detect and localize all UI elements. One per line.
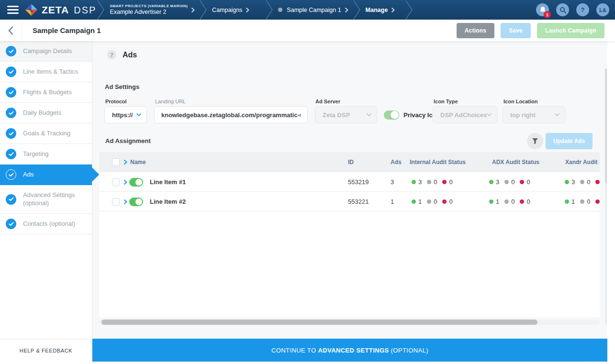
rejected-dot	[595, 180, 600, 184]
actions-button[interactable]: Actions	[457, 23, 494, 38]
rejected-dot	[520, 180, 524, 184]
approved-dot	[412, 199, 416, 204]
campaign-toolbar: Sample Campaign 1 Actions Save Launch Ca…	[0, 20, 615, 41]
row-checkbox[interactable]	[112, 178, 120, 186]
line-item-ads-count: 3	[391, 172, 394, 192]
filter-funnel-icon	[532, 138, 538, 144]
row-checkbox[interactable]	[112, 198, 120, 206]
line-item-id: 553221	[348, 192, 369, 211]
brand-zeta: ZETA	[42, 4, 69, 16]
expand-chevron-icon[interactable]	[123, 159, 127, 165]
approved-dot	[565, 199, 569, 204]
expand-chevron-icon[interactable]	[123, 179, 127, 185]
breadcrumb-campaigns[interactable]: Campaigns	[208, 7, 253, 13]
column-header-internal-audit[interactable]: Internal Audit Status	[410, 152, 466, 172]
protocol-value: https://	[105, 111, 136, 119]
horizontal-scrollbar[interactable]	[99, 320, 600, 325]
pending-dot	[427, 180, 431, 184]
check-icon	[6, 169, 16, 180]
select-all-checkbox[interactable]	[112, 158, 120, 166]
sidebar-item-daily-budgets[interactable]: Daily Budgets	[0, 103, 92, 123]
rejected-dot	[442, 199, 447, 204]
scroll-gutter	[607, 41, 615, 339]
column-header-id[interactable]: ID	[348, 152, 354, 172]
adx-audit-status: 3 0 0	[489, 172, 536, 192]
sidebar-item-goals-tracking[interactable]: Goals & Tracking	[0, 123, 92, 144]
continue-prefix: CONTINUE TO	[271, 347, 316, 354]
protocol-select[interactable]: https://	[104, 106, 147, 123]
back-button[interactable]	[0, 20, 22, 41]
toggle-knob	[391, 111, 399, 119]
horizontal-scrollbar-thumb[interactable]	[101, 320, 537, 325]
protocol-label: Protocol	[105, 99, 127, 104]
vertical-scrollbar[interactable]	[605, 68, 607, 324]
column-header-ads[interactable]: Ads	[391, 152, 402, 172]
chevron-left-icon	[8, 26, 13, 35]
breadcrumb-advertiser[interactable]: SMART PROJECTS (VARIABLE MARGIN) Example…	[106, 4, 199, 16]
rejected-dot	[595, 199, 600, 204]
pending-dot	[580, 180, 584, 184]
line-item-toggle[interactable]	[129, 198, 143, 206]
chevron-down-icon	[136, 113, 141, 116]
sidebar-item-label: Advanced Settings (optional)	[23, 191, 80, 208]
line-item-name[interactable]: Line Item #1	[150, 172, 186, 192]
save-button[interactable]: Save	[501, 23, 531, 38]
help-feedback-button[interactable]: HELP & FEEDBACK	[0, 339, 92, 362]
continue-footer-button[interactable]: CONTINUE TO ADVANCED SETTINGS (OPTIONAL)	[92, 339, 607, 362]
sidebar-item-label: Ads	[23, 171, 34, 179]
update-ads-button[interactable]: Update Ads	[546, 133, 593, 149]
sidebar-item-line-items-tactics[interactable]: Line Items & Tactics	[0, 62, 92, 82]
sidebar-item-campaign-details[interactable]: Campaign Details	[0, 41, 92, 62]
vertical-scrollbar-thumb[interactable]	[605, 68, 607, 183]
column-header-name[interactable]: Name	[130, 159, 146, 165]
breadcrumb-campaign[interactable]: Sample Campaign 1	[274, 7, 352, 13]
chevron-down-icon	[555, 113, 559, 116]
check-icon	[6, 128, 16, 139]
ad-assignment-heading: Ad Assignment	[105, 137, 151, 144]
brand-text: ZETA DSP	[42, 4, 96, 16]
zeta-logo-icon	[25, 3, 38, 16]
column-header-xandr-audit[interactable]: Xandr Audit Status	[565, 152, 600, 172]
sidebar-item-contacts[interactable]: Contacts (optional)	[0, 214, 92, 234]
breadcrumb-advertiser-label: Example Advertiser 2	[110, 9, 188, 16]
ad-server-label: Ad Server	[315, 99, 340, 104]
pending-dot	[504, 180, 509, 184]
approved-dot	[565, 180, 569, 184]
sidebar-item-advanced-settings[interactable]: Advanced Settings (optional)	[0, 185, 92, 214]
icon-location-value: top right	[503, 111, 555, 119]
user-avatar[interactable]: L&	[596, 3, 609, 16]
campaign-status-dot	[278, 8, 282, 12]
sidebar-item-flights-budgets[interactable]: Flights & Budgets	[0, 82, 92, 103]
pending-dot	[580, 199, 584, 204]
sidebar-item-ads[interactable]: Ads	[0, 165, 92, 185]
expand-chevron-icon[interactable]	[123, 199, 127, 205]
xandr-audit-status: 3 0 0	[565, 172, 600, 192]
filter-button[interactable]	[527, 133, 543, 149]
help-button[interactable]: ?	[576, 3, 589, 16]
icon-type-label: Icon Type	[434, 99, 458, 104]
icon-location-select[interactable]: top right	[503, 106, 565, 123]
sidebar-item-label: Goals & Tracking	[23, 130, 70, 138]
breadcrumb-manage[interactable]: Manage	[362, 7, 399, 13]
pending-dot	[504, 199, 509, 204]
sidebar-item-label: Campaign Details	[23, 47, 72, 55]
hamburger-menu-icon[interactable]	[7, 6, 19, 14]
sidebar-item-targeting[interactable]: Targeting	[0, 144, 92, 165]
notifications-button[interactable]: 1	[536, 3, 549, 16]
continue-suffix: (OPTIONAL)	[391, 347, 428, 354]
column-header-adx-audit[interactable]: ADX Audit Status	[492, 152, 539, 172]
breadcrumb-project-label: SMART PROJECTS (VARIABLE MARGIN)	[110, 4, 188, 9]
ad-server-select[interactable]: Zeta DSP	[315, 106, 377, 123]
breadcrumb-divider	[200, 0, 207, 20]
icon-type-select[interactable]: DSP AdChoices	[433, 106, 497, 123]
landing-url-input[interactable]	[154, 106, 308, 123]
privacy-icon-toggle[interactable]	[384, 110, 399, 120]
rejected-dot	[442, 180, 447, 184]
landing-url-label: Landing URL	[155, 99, 186, 104]
toggle-knob	[135, 199, 142, 205]
launch-campaign-button[interactable]: Launch Campaign	[537, 23, 604, 38]
search-button[interactable]	[556, 3, 569, 16]
line-item-name[interactable]: Line Item #2	[150, 192, 186, 211]
line-item-toggle[interactable]	[129, 178, 143, 187]
chevron-right-icon	[391, 7, 395, 13]
